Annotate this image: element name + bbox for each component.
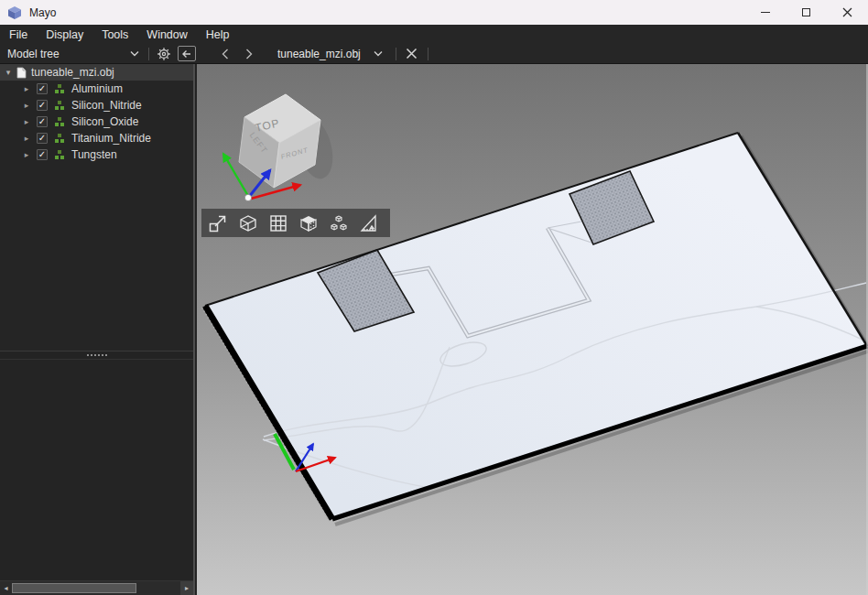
panel-selector-combobox[interactable]: Model tree — [0, 44, 145, 64]
close-icon — [842, 7, 852, 17]
window-title: Mayo — [29, 6, 56, 19]
chevron-down-icon — [374, 50, 383, 57]
expander-open-icon[interactable]: ▾ — [4, 64, 13, 81]
maximize-button[interactable] — [786, 0, 827, 25]
tree-row-root[interactable]: ▾ tuneable_mzi.obj — [0, 64, 193, 81]
tree-row-material[interactable]: ▸ ✓ Aluminium — [0, 81, 193, 97]
tree-root-label: tuneable_mzi.obj — [31, 66, 114, 79]
material-label: Aluminium — [71, 82, 123, 95]
fit-all-icon — [207, 212, 229, 234]
nav-forward-button[interactable] — [237, 45, 261, 63]
main-toolbar: Model tree tuneable_mzi.obj — [0, 44, 868, 64]
material-label: Titanium_Nitride — [71, 132, 151, 145]
measure-triangle-icon — [358, 212, 380, 234]
left-panel: ▾ tuneable_mzi.obj ▸ ✓ Aluminium ▸ ✓ Sil… — [0, 64, 195, 595]
toolbar-separator — [428, 48, 429, 60]
grid-icon — [267, 212, 289, 234]
material-icon — [55, 150, 65, 160]
measure-button[interactable] — [355, 211, 382, 235]
scroll-left-button[interactable]: ◂ — [0, 581, 12, 595]
app-logo-cube-icon — [7, 5, 22, 20]
menu-tools[interactable]: Tools — [92, 25, 137, 44]
tree-row-material[interactable]: ▸ ✓ Tungsten — [0, 146, 193, 163]
material-icon — [55, 84, 65, 94]
shaded-mode-button[interactable] — [295, 211, 321, 235]
close-document-button[interactable] — [400, 45, 424, 63]
scrollbar-thumb[interactable] — [12, 583, 136, 593]
close-icon — [406, 48, 418, 60]
document-tab[interactable]: tuneable_mzi.obj — [261, 44, 392, 64]
properties-panel-empty — [0, 359, 193, 581]
panel-splitter-handle[interactable] — [0, 352, 193, 359]
material-icon — [55, 101, 65, 111]
scrollbar-track[interactable] — [136, 581, 180, 595]
arrow-left-icon — [181, 49, 192, 59]
wireframe-cube-icon — [237, 212, 259, 234]
visibility-checkbox[interactable]: ✓ — [37, 100, 48, 111]
expander-closed-icon[interactable]: ▸ — [22, 130, 31, 146]
panel-selector-value: Model tree — [7, 48, 130, 60]
chevron-left-icon — [222, 49, 229, 60]
scroll-right-button[interactable]: ▸ — [180, 581, 193, 595]
toolbar-separator — [396, 48, 396, 60]
expander-closed-icon[interactable]: ▸ — [22, 97, 31, 114]
menu-bar: File Display Tools Window Help — [0, 25, 868, 44]
minimize-icon — [761, 12, 770, 13]
viewport-toolbar — [201, 209, 390, 237]
exploded-view-button[interactable] — [325, 211, 352, 235]
menu-display[interactable]: Display — [37, 25, 92, 44]
chip-plate-model[interactable] — [202, 133, 868, 525]
visibility-checkbox[interactable]: ✓ — [37, 149, 48, 160]
tree-row-material[interactable]: ▸ ✓ Silicon_Nitride — [0, 97, 193, 114]
expander-closed-icon[interactable]: ▸ — [22, 114, 31, 130]
tree-row-material[interactable]: ▸ ✓ Titanium_Nitride — [0, 130, 193, 146]
nav-back-button[interactable] — [213, 45, 237, 63]
menu-window[interactable]: Window — [137, 25, 196, 44]
model-tree-panel[interactable]: ▾ tuneable_mzi.obj ▸ ✓ Aluminium ▸ ✓ Sil… — [0, 64, 193, 352]
title-bar[interactable]: Mayo — [0, 0, 868, 25]
close-button[interactable] — [827, 0, 868, 25]
menu-help[interactable]: Help — [197, 25, 239, 44]
visibility-checkbox[interactable]: ✓ — [37, 133, 48, 144]
material-label: Silicon_Nitride — [71, 99, 142, 112]
tree-row-material[interactable]: ▸ ✓ Silicon_Oxide — [0, 114, 193, 130]
chevron-down-icon — [130, 50, 139, 57]
viewport-3d[interactable]: TOP LEFT FRONT — [197, 64, 868, 595]
toolbar-separator — [148, 48, 149, 60]
collapse-panel-button[interactable] — [178, 46, 196, 61]
horizontal-scrollbar[interactable]: ◂ ▸ — [0, 581, 193, 595]
visibility-checkbox[interactable]: ✓ — [37, 83, 48, 94]
menu-file[interactable]: File — [0, 25, 37, 44]
app-window: Mayo File Display Tools Window Help Mode… — [0, 0, 868, 595]
material-label: Silicon_Oxide — [71, 115, 138, 128]
visibility-checkbox[interactable]: ✓ — [37, 116, 48, 127]
document-icon — [16, 67, 27, 79]
scene-canvas[interactable]: TOP LEFT FRONT — [197, 64, 868, 595]
view-cube[interactable]: TOP LEFT FRONT — [223, 94, 339, 201]
material-icon — [55, 117, 65, 127]
chevron-right-icon — [245, 49, 253, 60]
expander-closed-icon[interactable]: ▸ — [22, 146, 31, 163]
gear-icon — [157, 47, 171, 61]
grid-toggle-button[interactable] — [265, 211, 291, 235]
exploded-assembly-icon — [328, 212, 350, 234]
wireframe-mode-button[interactable] — [234, 211, 261, 235]
maximize-icon — [802, 8, 810, 16]
material-label: Tungsten — [71, 148, 117, 161]
material-icon — [55, 134, 65, 144]
expander-closed-icon[interactable]: ▸ — [22, 81, 31, 97]
shaded-cube-icon — [298, 212, 320, 234]
minimize-button[interactable] — [744, 0, 786, 25]
document-tab-label: tuneable_mzi.obj — [277, 48, 361, 60]
fit-all-button[interactable] — [204, 211, 231, 235]
settings-button[interactable] — [153, 45, 175, 63]
